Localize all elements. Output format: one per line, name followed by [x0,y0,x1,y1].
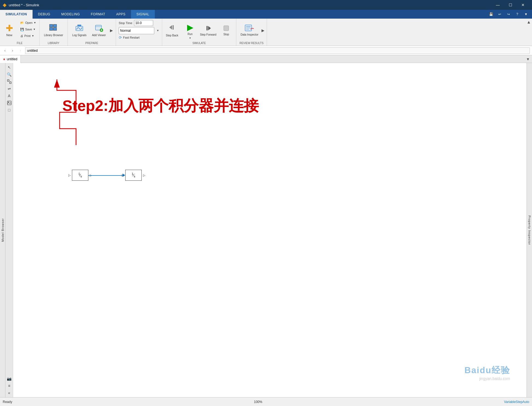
svg-rect-0 [50,24,53,27]
screenshot-tool[interactable]: 📷 [6,375,13,382]
svg-rect-17 [207,26,208,30]
up-button[interactable]: ↑ [16,47,24,54]
run-button[interactable]: ▶ Run [181,21,199,37]
zoom-in-tool[interactable]: 🔍 [6,71,13,78]
fast-restart-label: Fast Restart [123,36,139,39]
address-input[interactable] [25,47,530,54]
watermark: Baidu经验 jingyan.baidu.com [464,364,510,381]
maximize-button[interactable]: ☐ [504,0,517,10]
stop-time-input[interactable] [134,20,153,26]
svg-rect-7 [77,25,81,27]
svg-marker-18 [208,26,211,30]
save-icon: 💾 [20,28,24,31]
print-icon: 🖨 [20,34,23,38]
prepare-expand-button[interactable]: ▶ [109,21,114,40]
status-zoom: 100% [12,400,504,404]
svg-rect-19 [224,26,229,31]
tab-dropdown-btn[interactable]: ▼ [526,57,532,61]
integrator-block-2[interactable]: ▷ 1⁄s ▷ [125,170,142,181]
redo-btn[interactable]: ↪ [505,10,512,18]
model-browser-tab[interactable]: Model Browser [0,63,5,397]
back-button[interactable]: ‹ [1,47,9,54]
tab-modeling[interactable]: MODELING [56,10,85,19]
svg-rect-16 [173,25,174,30]
tab-signal[interactable]: SIGNAL [131,10,155,19]
data-inspector-button[interactable]: Data Inspector [239,20,260,41]
print-button[interactable]: 🖨 Print ▼ [19,33,38,39]
svg-rect-3 [53,28,57,30]
data-inspector-icon [245,24,254,33]
undo-btn[interactable]: ↩ [496,10,504,18]
toolbar: ‹ › ↑ [0,46,532,55]
forward-button[interactable]: › [9,47,16,54]
close-button[interactable]: ✕ [517,0,529,10]
fit-view-tool[interactable] [6,78,13,85]
run-icon: ▶ [187,22,193,32]
add-viewer-icon [95,24,103,34]
app-icon: ◆ [3,2,7,8]
help-btn[interactable]: ? [513,10,521,18]
property-inspector-tab[interactable]: Property Inspector [527,63,532,397]
stop-time-label: Stop Time [119,21,132,25]
text-tool[interactable]: A [6,93,13,99]
window-title: untitled * - Simulink [9,3,39,7]
fast-restart-icon: ⟳ [119,35,122,40]
stop-button[interactable]: Stop [217,20,235,41]
save-button[interactable]: 💾 Save ▼ [19,26,38,32]
new-button[interactable]: ✚ New [2,20,17,40]
add-viewer-button[interactable]: Add Viewer [90,21,108,40]
stop-icon [223,25,230,32]
canvas-area: Step2:加入两个积分器并连接 ▷ 1⁄s ▷ ▷ 1⁄s [13,63,527,397]
left-tools: ↖ 🔍 ⇌ A □ 📷 ≡ « [5,63,13,397]
titlebar: ◆ untitled * - Simulink — ☐ ✕ [0,0,532,10]
svg-marker-15 [169,25,172,30]
expand-icon: ▶ [110,28,113,33]
auto-arrange-tool[interactable]: ⇌ [6,85,13,92]
image-tool[interactable] [6,100,13,106]
ribbon-collapse-btn[interactable]: ▲ [525,19,532,46]
tab-apps[interactable]: APPS [111,10,131,19]
pointer-tool[interactable]: ↖ [6,64,13,71]
statusbar: Ready 100% VariableStepAuto [0,397,532,406]
model-tab[interactable]: ■ untitled [0,55,21,63]
step-back-button[interactable]: Step Back [163,20,181,41]
tab-bar: ■ untitled ▼ [0,55,532,63]
main-layout: Model Browser ↖ 🔍 ⇌ A □ 📷 ≡ « [0,63,532,397]
svg-rect-2 [50,28,53,30]
save-icon-btn[interactable]: 💾 [487,10,495,18]
log-signals-button[interactable]: Log Signals [70,21,89,40]
status-solver[interactable]: VariableStepAuto [504,400,529,404]
status-ready: Ready [3,400,12,404]
step-annotation: Step2:加入两个积分器并连接 [62,96,259,116]
model-browser-label: Model Browser [1,218,4,242]
ribbon-tabs: SIMULATION DEBUG MODELING FORMAT APPS SI… [0,10,532,19]
tab-format[interactable]: FORMAT [85,10,111,19]
tab-debug[interactable]: DEBUG [33,10,56,19]
step-forward-icon [204,24,212,33]
block-tool[interactable]: □ [6,107,13,113]
library-browser-button[interactable]: Library Browser [42,21,65,40]
integrator-block-1[interactable]: ▷ 1⁄s ▷ [72,170,88,181]
step-forward-button[interactable]: Step Forward [199,20,217,41]
settings-tool[interactable]: ≡ [6,382,13,389]
model-tab-label: untitled [7,57,18,61]
collapse-tool[interactable]: « [6,390,13,396]
library-browser-icon [49,24,58,34]
simulation-mode-select[interactable]: Normal Accelerator Rapid Accelerator [119,27,154,34]
block2-port-out-arrow: ▷ [143,174,145,177]
svg-rect-1 [53,24,57,27]
svg-rect-24 [7,80,9,81]
minimize-button[interactable]: — [492,0,504,10]
run-dropdown[interactable]: ▼ [189,37,191,39]
tab-simulation[interactable]: SIMULATION [0,10,33,19]
ribbon-expand-btn[interactable]: ▼ [522,10,530,18]
svg-rect-25 [10,82,11,83]
ribbon: ✚ New 📂 Open ▼ 💾 Save ▼ 🖨 Print ▼ FILE [0,19,532,46]
connection-line [88,175,124,176]
step-back-icon [168,24,176,33]
review-expand-btn[interactable]: ▶ [261,28,264,33]
new-icon: ✚ [6,23,13,33]
open-button[interactable]: 📂 Open ▼ [19,20,38,26]
model-tab-icon: ■ [3,57,5,61]
log-signals-icon [75,24,83,34]
